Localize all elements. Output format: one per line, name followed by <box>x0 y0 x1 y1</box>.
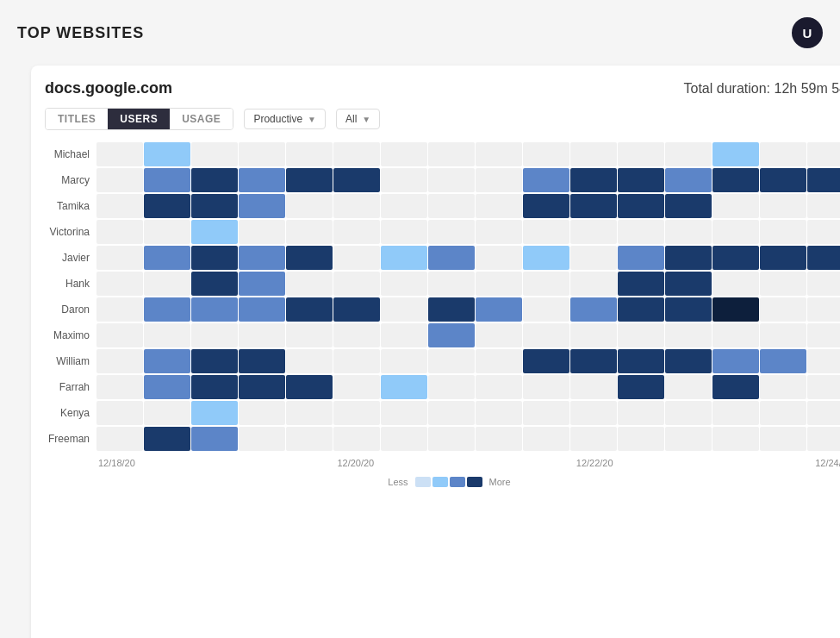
heatmap-cell <box>807 401 840 425</box>
heatmap-cell <box>428 220 475 244</box>
heatmap-cell <box>96 349 143 373</box>
heatmap-cell <box>570 323 617 347</box>
heatmap-cell <box>191 375 238 399</box>
chart-legend: Less More <box>45 477 840 487</box>
heatmap-cell <box>760 220 806 244</box>
heatmap-cell <box>618 142 664 166</box>
heatmap-cell <box>476 375 522 399</box>
heatmap-cell <box>333 142 380 166</box>
heatmap-cell <box>665 142 712 166</box>
chevron-down-icon: ▼ <box>362 115 370 124</box>
heatmap-cell <box>807 323 840 347</box>
heatmap-cell <box>760 401 806 425</box>
heatmap-cell <box>144 297 190 322</box>
heatmap-cell <box>712 246 759 270</box>
all-filter[interactable]: All ▼ <box>336 109 380 129</box>
heatmap-cell <box>144 142 190 166</box>
heatmap-cell <box>191 427 238 451</box>
heatmap-cell <box>665 194 712 218</box>
user-label: Victorina <box>45 220 96 244</box>
user-label: Freeman <box>45 427 96 451</box>
chart-row <box>96 194 840 218</box>
heatmap-cell <box>665 168 712 192</box>
heatmap-cell <box>665 401 712 425</box>
heatmap-cell <box>428 246 475 270</box>
user-label: William <box>45 349 96 373</box>
heatmap-cell <box>239 427 285 451</box>
heatmap-cell <box>286 401 333 425</box>
heatmap-cell <box>144 349 190 373</box>
heatmap-cell <box>144 220 190 244</box>
heatmap-cell <box>570 427 617 451</box>
user-label: Tamika <box>45 194 96 218</box>
heatmap-cell <box>428 349 475 373</box>
heatmap-cell <box>239 246 285 270</box>
heatmap-cell <box>428 427 475 451</box>
heatmap-cell <box>760 323 806 347</box>
avatar[interactable]: U <box>792 17 823 48</box>
heatmap-cell <box>618 272 664 296</box>
heatmap-cell <box>523 220 569 244</box>
heatmap-cell <box>760 272 806 296</box>
productive-filter[interactable]: Productive ▼ <box>244 109 326 129</box>
tab-titles[interactable]: TITLES <box>46 109 108 129</box>
heatmap-cell <box>807 297 840 322</box>
heatmap-cell <box>333 427 380 451</box>
heatmap-cell <box>191 297 238 322</box>
heatmap-cell <box>570 349 617 373</box>
heatmap-cell <box>807 168 840 192</box>
heatmap-cell <box>144 401 190 425</box>
heatmap-cell <box>523 401 569 425</box>
heatmap-cell <box>618 427 664 451</box>
heatmap-cell <box>760 297 806 322</box>
heatmap-cell <box>381 427 427 451</box>
heatmap-cell <box>665 427 712 451</box>
heatmap-cell <box>144 272 190 296</box>
heatmap-cell <box>712 194 759 218</box>
heatmap-cell <box>239 272 285 296</box>
heatmap-cell <box>712 168 759 192</box>
heatmap-cell <box>428 142 475 166</box>
heatmap-cell <box>286 246 333 270</box>
heatmap-cell <box>239 349 285 373</box>
productive-label: Productive <box>253 113 302 125</box>
heatmap-cell <box>760 194 806 218</box>
heatmap-cell <box>476 349 522 373</box>
heatmap-cell <box>144 246 190 270</box>
heatmap-cell <box>286 194 333 218</box>
heatmap-cell <box>665 246 712 270</box>
tab-usage[interactable]: USAGE <box>170 109 233 129</box>
heatmap-cell <box>191 142 238 166</box>
user-label: Farrah <box>45 375 96 399</box>
heatmap-cell <box>618 375 664 399</box>
heatmap-cell <box>333 401 380 425</box>
heatmap-cell <box>570 220 617 244</box>
user-label: Hank <box>45 272 96 296</box>
heatmap-cell <box>712 401 759 425</box>
chart-row <box>96 272 840 296</box>
heatmap-cell <box>476 246 522 270</box>
heatmap-cell <box>476 168 522 192</box>
heatmap-cell <box>570 297 617 322</box>
heatmap-cell <box>191 194 238 218</box>
heatmap-cell <box>712 427 759 451</box>
heatmap-cell <box>286 427 333 451</box>
heatmap-cell <box>665 323 712 347</box>
heatmap-cell <box>570 168 617 192</box>
heatmap-cell <box>760 246 806 270</box>
heatmap-cell <box>523 375 569 399</box>
heatmap-cell <box>807 220 840 244</box>
heatmap-cell <box>523 272 569 296</box>
heatmap-cell <box>760 349 806 373</box>
heatmap-cell <box>239 297 285 322</box>
heatmap-cell <box>381 272 427 296</box>
page-title: TOP WEBSITES <box>17 24 144 42</box>
tab-users[interactable]: USERS <box>108 109 170 129</box>
date-label: 12/18/20 <box>98 458 135 468</box>
heatmap-cell <box>286 375 333 399</box>
date-label: 12/22/20 <box>576 458 613 468</box>
user-label: Javier <box>45 246 96 270</box>
heatmap-cell <box>333 246 380 270</box>
heatmap-cell <box>286 220 333 244</box>
heatmap-cell <box>144 323 190 347</box>
